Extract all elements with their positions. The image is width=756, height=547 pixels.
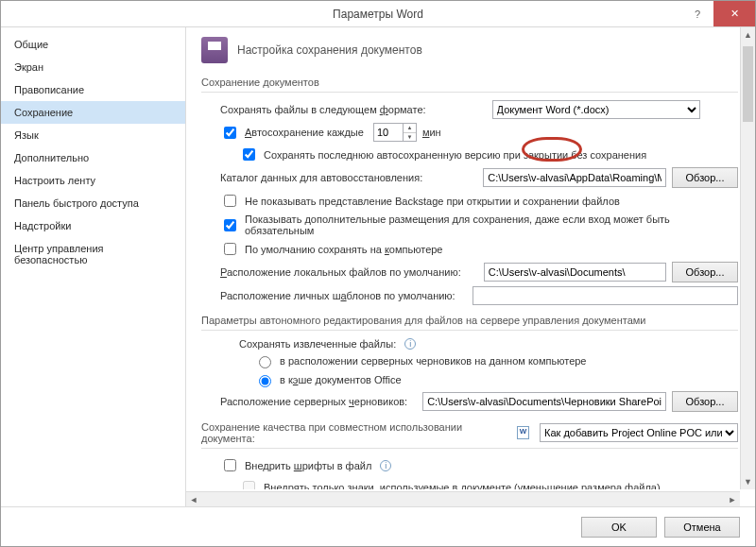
templates-label: Расположение личных шаблонов по умолчани… (220, 290, 455, 301)
sidebar-item-qat[interactable]: Панель быстрого доступа (1, 192, 185, 214)
ok-button[interactable]: OK (581, 517, 657, 538)
autorecover-browse-button[interactable]: Обзор... (672, 167, 738, 188)
group-preserve-quality: Сохранение качества при совместном испол… (201, 421, 738, 449)
info-icon[interactable]: i (380, 460, 391, 471)
spinner-down[interactable]: ▼ (404, 133, 416, 142)
scroll-down-icon[interactable]: ▼ (741, 474, 755, 489)
autorecover-path-input[interactable] (483, 168, 666, 187)
keep-last-autosaved-label: Сохранять последнюю автосохраненную верс… (264, 149, 646, 161)
server-drafts-path-label: Расположение серверных черновиков: (220, 396, 407, 407)
group-save-documents: Сохранение документов (201, 77, 738, 93)
sidebar-item-language[interactable]: Язык (1, 124, 185, 146)
page-title: Настройка сохранения документов (237, 43, 422, 57)
keep-last-autosaved-checkbox[interactable] (243, 148, 255, 161)
preserve-quality-label: Сохранение качества при совместном испол… (201, 421, 502, 444)
word-options-dialog: Параметры Word ? ✕ Общие Экран Правописа… (0, 0, 756, 547)
embed-fonts-checkbox[interactable] (224, 459, 236, 471)
titlebar: Параметры Word ? ✕ (1, 1, 755, 27)
local-files-label: Расположение локальных файлов по умолчан… (220, 266, 461, 278)
office-cache-radio[interactable] (259, 375, 271, 387)
show-additional-label: Показывать дополнительные размещения для… (245, 214, 738, 236)
dialog-footer: OK Отмена (1, 506, 755, 546)
settings-panel: Настройка сохранения документов Сохранен… (186, 27, 755, 506)
client-area: Общие Экран Правописание Сохранение Язык… (1, 27, 755, 506)
sidebar-item-ribbon[interactable]: Настроить ленту (1, 169, 185, 192)
server-drafts-browse-button[interactable]: Обзор... (672, 391, 738, 412)
close-button[interactable]: ✕ (713, 1, 755, 26)
templates-input[interactable] (472, 286, 738, 305)
autosave-checkbox[interactable] (224, 127, 236, 139)
sidebar-item-display[interactable]: Экран (1, 56, 185, 78)
server-drafts-radio[interactable] (259, 356, 271, 368)
save-format-label: Сохранять файлы в следующем формате: (220, 104, 426, 115)
save-to-pc-label: По умолчанию сохранять на компьютере (245, 244, 443, 255)
save-format-select[interactable]: Документ Word (*.docx) (492, 100, 700, 119)
info-icon[interactable]: i (404, 338, 416, 350)
group-offline-editing: Параметры автономного редактирования для… (201, 315, 738, 331)
scroll-thumb[interactable] (743, 46, 753, 122)
embed-used-only-checkbox (243, 481, 255, 489)
save-to-pc-checkbox[interactable] (224, 243, 236, 255)
cancel-button[interactable]: Отмена (664, 517, 740, 538)
scroll-right-icon[interactable]: ► (725, 492, 740, 506)
sidebar-item-proofing[interactable]: Правописание (1, 78, 185, 101)
document-icon (517, 426, 529, 439)
sidebar-item-advanced[interactable]: Дополнительно (1, 146, 185, 169)
help-button[interactable]: ? (681, 1, 713, 26)
sidebar-item-save[interactable]: Сохранение (1, 101, 185, 124)
save-icon (201, 37, 228, 63)
server-drafts-radio-label: в расположении серверных черновиков на д… (280, 355, 586, 367)
no-backstage-label: Не показывать представление Backstage пр… (245, 196, 620, 207)
office-cache-radio-label: в кэше документов Office (280, 374, 402, 385)
scroll-up-icon[interactable]: ▲ (741, 27, 755, 43)
sidebar-item-trust[interactable]: Центр управления безопасностью (1, 237, 185, 271)
horizontal-scrollbar[interactable]: ◄ ► (186, 491, 740, 506)
embed-used-only-label: Внедрять только знаки, используемые в до… (264, 482, 661, 490)
vertical-scrollbar[interactable]: ▲ ▼ (740, 27, 755, 489)
autosave-spinner[interactable]: ▲▼ (373, 123, 417, 142)
document-scope-select[interactable]: Как добавить Project Online POC или D... (540, 423, 738, 442)
sidebar-item-addins[interactable]: Надстройки (1, 214, 185, 237)
autosave-value[interactable] (374, 124, 403, 141)
local-files-input[interactable] (484, 263, 666, 282)
save-checked-out-label: Сохранять извлеченные файлы: (239, 338, 396, 350)
scroll-left-icon[interactable]: ◄ (186, 492, 201, 506)
local-files-browse-button[interactable]: Обзор... (672, 262, 738, 282)
autosave-unit: мин (422, 127, 441, 138)
spinner-up[interactable]: ▲ (404, 124, 416, 133)
sidebar-item-general[interactable]: Общие (1, 33, 185, 56)
server-drafts-path-input[interactable] (422, 392, 666, 411)
window-title: Параметры Word (1, 8, 755, 21)
autorecover-path-label: Каталог данных для автовосстановления: (220, 172, 422, 183)
autosave-label: Автосохранение каждые (245, 127, 364, 138)
show-additional-checkbox[interactable] (224, 219, 236, 231)
category-sidebar: Общие Экран Правописание Сохранение Язык… (1, 27, 186, 506)
embed-fonts-label: Внедрить шрифты в файл (245, 460, 371, 471)
no-backstage-checkbox[interactable] (224, 195, 236, 207)
